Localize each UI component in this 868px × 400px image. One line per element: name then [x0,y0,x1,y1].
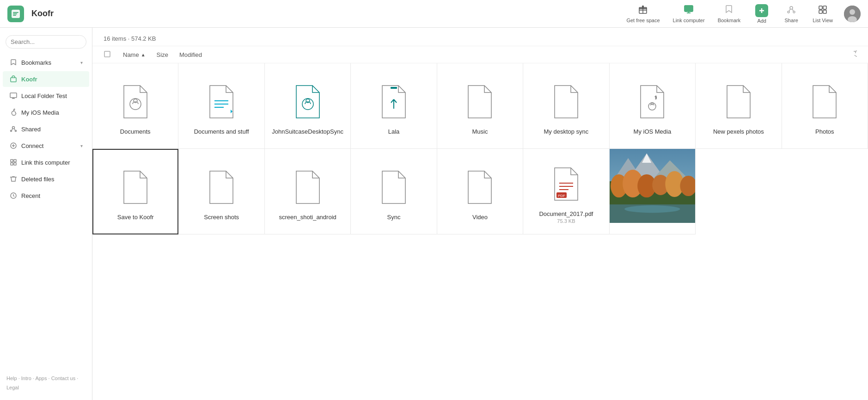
list-view-button[interactable]: List View [807,1,838,26]
deleted-files-label: Deleted files [21,176,55,183]
file-cell-screen-shoti-android[interactable]: screen_shoti_android [265,149,351,234]
koofr-label: Koofr [21,76,37,83]
link-computer-label: Link computer [673,18,705,23]
bookmarks-label: Bookmarks [21,59,51,66]
topbar-actions: Get free space Link computer Bookmark [621,1,861,26]
svg-point-55 [624,205,680,213]
sidebar-item-koofr[interactable]: Koofr [3,71,89,87]
svg-rect-24 [14,163,16,165]
sidebar-item-connect[interactable]: Connect ▾ [3,138,89,154]
sidebar-item-link-this-computer[interactable]: Link this computer [3,154,89,170]
file-cell-my-desktop-sync[interactable]: My desktop sync [523,63,609,149]
bookmark-button[interactable]: Bookmark [712,1,746,26]
file-cell-lala[interactable]: Lala [351,63,437,149]
contact-us-link[interactable]: Contact us [51,375,76,381]
grid-sidebar-icon [9,158,18,166]
gift-icon [638,4,648,17]
sync-name: Sync [387,214,401,221]
refresh-button[interactable] [850,50,857,59]
modified-label: Modified [179,51,202,58]
screen-shoti-android-icon [289,166,326,208]
sidebar-item-recent[interactable]: Recent [3,188,89,203]
johnsuitcase-icon [289,81,326,123]
koofr-bag-icon [9,75,18,83]
file-cell-johnsuitcase[interactable]: JohnSuitcaseDesktopSync [265,63,351,149]
main-layout: Bookmarks ▾ Koofr Local Folder Test My i… [0,28,868,400]
link-computer-button[interactable]: Link computer [667,1,710,26]
my-ios-media-label: My iOS Media [21,109,59,116]
music-icon [461,81,498,123]
sidebar-item-deleted-files[interactable]: Deleted files [3,171,89,187]
svg-rect-8 [819,6,822,9]
file-cell-video[interactable]: Video [437,149,523,234]
list-view-icon [818,4,828,17]
apps-link[interactable]: Apps [35,375,47,381]
select-all-checkbox[interactable] [104,50,112,59]
file-cell-my-ios-media[interactable]: My iOS Media [610,63,696,149]
svg-rect-22 [14,160,16,162]
document-2017-size: 75.3 KB [557,218,575,224]
user-avatar[interactable] [844,6,861,22]
size-label: Size [157,51,168,58]
file-cell-document-2017[interactable]: PDF Document_2017.pdf 75.3 KB [523,149,609,234]
svg-text:PDF: PDF [558,194,565,198]
content-header: 16 items · 574.2 KB [92,28,868,46]
file-cell-documents-and-stuff[interactable]: Documents and stuff [178,63,264,149]
trash-sidebar-icon [9,175,18,183]
svg-point-17 [12,127,15,129]
file-cell-photos[interactable]: Photos [782,63,868,149]
monitor-icon [684,4,694,17]
search-input[interactable] [6,35,86,49]
intro-link[interactable]: Intro [21,375,31,381]
photos-icon [806,81,843,123]
sidebar-item-shared[interactable]: Shared [3,121,89,137]
name-column-header[interactable]: Name ▲ [123,51,146,58]
video-name: Video [472,214,488,221]
file-cell-music[interactable]: Music [437,63,523,149]
sidebar-item-my-ios-media[interactable]: My iOS Media [3,105,89,120]
my-ios-media-grid-icon [634,81,671,123]
file-cell-screen-shots[interactable]: Screen shots [178,149,264,234]
svg-rect-9 [823,6,826,9]
svg-rect-3 [685,6,693,12]
document-2017-icon: PDF [548,163,585,205]
list-view-label: List View [813,18,833,23]
svg-rect-23 [11,163,13,165]
connect-label: Connect [21,142,43,149]
file-cell-save-to-koofr[interactable]: Save to Koofr [92,149,178,234]
my-desktop-sync-icon [548,81,585,123]
documents-name: Documents [120,128,151,135]
connect-chevron: ▾ [80,143,83,148]
new-pexels-photos-icon [720,81,757,123]
documents-icon [117,81,154,123]
monitor-sidebar-icon [9,92,18,100]
svg-rect-15 [11,78,16,82]
file-cell-photo-landscape[interactable] [610,149,696,234]
help-link[interactable]: Help [6,375,17,381]
sidebar-item-bookmarks[interactable]: Bookmarks ▾ [3,55,89,70]
sidebar-item-local-folder-test[interactable]: Local Folder Test [3,88,89,104]
bookmark-sidebar-icon [9,58,18,67]
add-button[interactable]: Add [748,1,776,26]
save-to-koofr-name: Save to Koofr [117,214,154,221]
share-button[interactable]: Share [777,1,805,26]
documents-and-stuff-name: Documents and stuff [194,128,249,135]
file-cell-sync[interactable]: Sync [351,149,437,234]
modified-column-header[interactable]: Modified [179,51,202,58]
recent-label: Recent [21,192,40,199]
size-column-header[interactable]: Size [157,51,168,58]
apple-sidebar-icon [9,108,18,117]
lala-name: Lala [388,128,400,135]
new-pexels-photos-name: New pexels photos [713,128,764,135]
sidebar-footer: Help · Intro · Apps · Contact us · Legal [0,370,92,396]
content-area: 16 items · 574.2 KB Name ▲ Size Modified [92,28,868,400]
file-cell-new-pexels-photos[interactable]: New pexels photos [696,63,782,149]
local-folder-label: Local Folder Test [21,92,67,99]
legal-link[interactable]: Legal [6,385,19,390]
item-count: 16 items · 574.2 KB [104,35,156,42]
column-headers: Name ▲ Size Modified [92,46,868,63]
shared-label: Shared [21,126,41,133]
get-free-space-button[interactable]: Get free space [621,1,665,26]
share-icon [786,4,796,17]
file-cell-documents[interactable]: Documents [92,63,178,149]
